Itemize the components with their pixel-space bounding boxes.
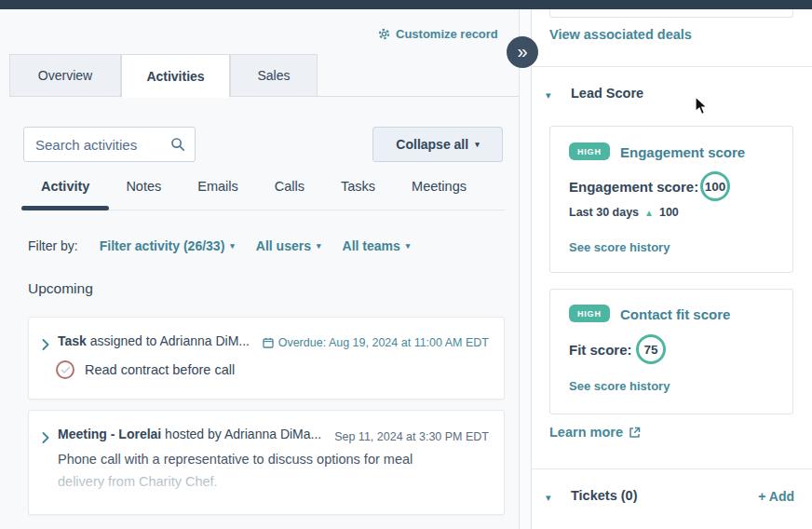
double-chevron-right-icon: » — [517, 42, 527, 61]
trend-period-label: Last 30 days — [569, 206, 639, 219]
tab-sales[interactable]: Sales — [230, 54, 318, 97]
task-complete-checkbox[interactable] — [56, 360, 74, 379]
task-title[interactable]: Task assigned to Adrianna DiM... — [58, 333, 250, 348]
customize-record-button[interactable]: Customize record — [378, 27, 498, 41]
activity-type-subtabs: Activity Notes Emails Calls Tasks Meetin… — [41, 179, 467, 194]
contact-fit-score-card: HIGH Contact fit score Fit score: 75 See… — [549, 289, 793, 414]
lead-score-section-title: Lead Score — [571, 86, 643, 101]
search-activities-box — [23, 127, 196, 162]
engagement-high-badge: HIGH — [569, 142, 610, 160]
engagement-score-heading: Engagement score — [620, 144, 745, 160]
tickets-collapse-chevron-icon[interactable]: ▾ — [546, 492, 551, 504]
subtab-emails[interactable]: Emails — [197, 179, 238, 194]
subtab-notes[interactable]: Notes — [126, 179, 161, 194]
gear-icon — [378, 28, 390, 40]
tab-overview[interactable]: Overview — [9, 54, 121, 97]
active-subtab-underline — [21, 206, 109, 210]
meeting-body-line2: delivery from Charity Chef. — [58, 474, 218, 489]
filter-by-label: Filter by: — [28, 238, 78, 253]
engagement-score-card: HIGH Engagement score Engagement score: … — [549, 126, 793, 273]
filter-activity-label: Filter activity (26/33) — [100, 238, 225, 253]
all-teams-label: All teams — [343, 238, 400, 253]
task-title-rest: assigned to Adrianna DiM... — [87, 333, 250, 348]
trend-value: 100 — [659, 206, 679, 219]
meeting-title-bold: Meeting - Lorelai — [58, 427, 161, 441]
tickets-section-title: Tickets (0) — [571, 488, 637, 503]
search-activities-input[interactable] — [24, 137, 170, 153]
meeting-body-line1: Phone call with a representative to disc… — [58, 452, 413, 467]
crm-record-screen: Customize record Overview Activities Sal… — [0, 0, 812, 529]
subtab-tasks[interactable]: Tasks — [341, 179, 375, 194]
contact-fit-score-heading: Contact fit score — [620, 306, 730, 322]
engagement-score-label: Engagement score: — [569, 179, 698, 195]
tab-overview-label: Overview — [38, 68, 92, 83]
add-ticket-button[interactable]: + Add — [758, 489, 794, 504]
subtab-meetings[interactable]: Meetings — [412, 179, 467, 194]
all-teams-dropdown[interactable]: All teams ▾ — [343, 238, 411, 253]
task-title-bold: Task — [58, 333, 87, 348]
filter-activity-dropdown[interactable]: Filter activity (26/33) ▾ — [100, 238, 235, 253]
task-due-date-text: Overdue: Aug 19, 2024 at 11:00 AM EDT — [278, 336, 489, 349]
collapse-all-label: Collapse all — [396, 137, 468, 152]
panel-gutter — [520, 9, 531, 529]
calendar-icon — [263, 337, 274, 348]
sidebar-divider — [531, 468, 812, 469]
meeting-title[interactable]: Meeting - Lorelai hosted by Adrianna DiM… — [58, 427, 321, 441]
caret-down-icon: ▾ — [406, 242, 411, 251]
search-icon[interactable] — [170, 137, 195, 152]
meeting-title-rest: hosted by Adrianna DiMa... — [161, 427, 321, 441]
view-associated-deals-link[interactable]: View associated deals — [549, 27, 692, 42]
fit-score-history-link[interactable]: See score history — [569, 379, 670, 393]
chevron-right-icon[interactable] — [42, 430, 49, 447]
subtab-calls[interactable]: Calls — [275, 179, 304, 194]
collapse-sidebar-button[interactable]: » — [507, 36, 538, 68]
filter-row: Filter by: Filter activity (26/33) ▾ All… — [28, 238, 410, 253]
tab-sales-label: Sales — [257, 68, 290, 83]
collapse-all-button[interactable]: Collapse all ▾ — [372, 127, 503, 162]
task-activity-card: Task assigned to Adrianna DiM... Overdue… — [28, 317, 505, 400]
subtab-activity[interactable]: Activity — [41, 179, 89, 194]
upcoming-heading: Upcoming — [28, 280, 93, 297]
engagement-score-value: 100 — [700, 171, 730, 201]
chevron-down-icon: ▾ — [475, 141, 480, 149]
fit-score-value: 75 — [636, 334, 666, 364]
engagement-trend-row: Last 30 days ▲ 100 — [569, 206, 679, 219]
caret-down-icon: ▾ — [230, 242, 235, 251]
all-users-dropdown[interactable]: All users ▾ — [256, 238, 321, 253]
tabstrip-divider — [9, 96, 519, 97]
learn-more-label: Learn more — [549, 425, 623, 440]
customize-record-label: Customize record — [396, 27, 498, 41]
fit-score-label: Fit score: — [569, 342, 632, 358]
engagement-score-history-link[interactable]: See score history — [569, 240, 670, 254]
tab-activities[interactable]: Activities — [121, 54, 230, 98]
external-link-icon — [629, 427, 641, 439]
triangle-up-icon: ▲ — [644, 208, 654, 218]
top-navigation-bar — [0, 0, 812, 9]
tab-activities-label: Activities — [146, 69, 204, 84]
all-users-label: All users — [256, 238, 311, 253]
chevron-right-icon[interactable] — [42, 337, 49, 354]
learn-more-link[interactable]: Learn more — [549, 425, 641, 440]
task-due-date: Overdue: Aug 19, 2024 at 11:00 AM EDT — [263, 336, 489, 349]
meeting-date: Sep 11, 2024 at 3:30 PM EDT — [334, 430, 489, 443]
meeting-activity-card: Meeting - Lorelai hosted by Adrianna DiM… — [28, 410, 505, 515]
fit-high-badge: HIGH — [569, 305, 610, 322]
clipped-card-bottom — [549, 9, 793, 18]
caret-down-icon: ▾ — [317, 242, 321, 251]
task-body-text[interactable]: Read contract before call — [85, 362, 235, 377]
sidebar-divider — [531, 66, 812, 67]
lead-score-collapse-chevron-icon[interactable]: ▾ — [546, 89, 551, 102]
